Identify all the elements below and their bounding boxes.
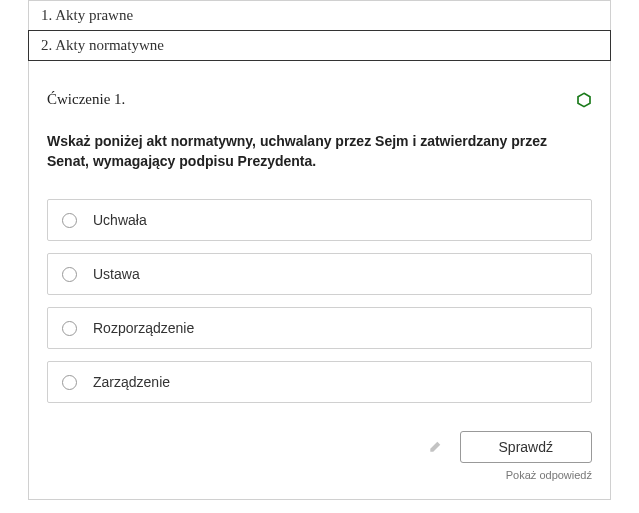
eraser-icon[interactable]: [428, 440, 442, 454]
tab-akty-normatywne[interactable]: 2. Akty normatywne: [28, 30, 611, 61]
exercise-title: Ćwiczenie 1.: [47, 91, 125, 108]
radio-icon: [62, 375, 77, 390]
option-label: Ustawa: [93, 266, 140, 282]
show-answer-link[interactable]: Pokaż odpowiedź: [47, 469, 592, 481]
svg-marker-0: [578, 93, 590, 106]
tab-label: 1. Akty prawne: [41, 7, 133, 23]
exercise-panel: Ćwiczenie 1. Wskaż poniżej akt normatywn…: [28, 61, 611, 500]
question-text: Wskaż poniżej akt normatywny, uchwalany …: [47, 132, 592, 171]
option-uchwala[interactable]: Uchwała: [47, 199, 592, 241]
tab-akty-prawne[interactable]: 1. Akty prawne: [28, 0, 611, 31]
option-zarzadzenie[interactable]: Zarządzenie: [47, 361, 592, 403]
option-rozporzadzenie[interactable]: Rozporządzenie: [47, 307, 592, 349]
radio-icon: [62, 213, 77, 228]
show-answer-label: Pokaż odpowiedź: [506, 469, 592, 481]
tab-label: 2. Akty normatywne: [41, 37, 164, 53]
check-button-label: Sprawdź: [499, 439, 553, 455]
radio-icon: [62, 321, 77, 336]
option-ustawa[interactable]: Ustawa: [47, 253, 592, 295]
difficulty-icon: [576, 92, 592, 108]
check-button[interactable]: Sprawdź: [460, 431, 592, 463]
options-list: Uchwała Ustawa Rozporządzenie Zarządzeni…: [47, 199, 592, 403]
option-label: Zarządzenie: [93, 374, 170, 390]
option-label: Uchwała: [93, 212, 147, 228]
option-label: Rozporządzenie: [93, 320, 194, 336]
radio-icon: [62, 267, 77, 282]
